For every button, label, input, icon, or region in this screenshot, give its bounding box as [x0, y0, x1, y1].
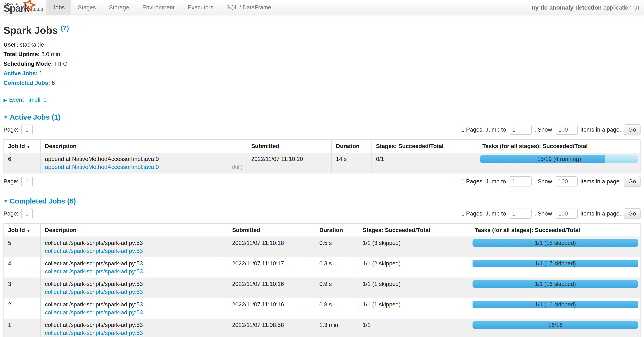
job-description-cell: collect at /spark-scripts/spark-ad.py:53…	[40, 278, 228, 298]
show-text: . Show	[534, 178, 552, 185]
page-number-input[interactable]	[21, 208, 33, 219]
summary-uptime-label: Total Uptime:	[4, 51, 40, 57]
job-id-cell: 6	[4, 153, 40, 173]
items-per-page-input[interactable]	[555, 209, 578, 219]
header-tasks[interactable]: Tasks (for all stages): Succeeded/Total	[470, 224, 640, 237]
job-description-cell: collect at /spark-scripts/spark-ad.py:53…	[40, 298, 228, 319]
active-jobs-title: Active Jobs (1)	[10, 113, 60, 121]
summary-uptime-value: 3.0 min	[42, 51, 60, 57]
header-stages[interactable]: Stages: Succeeded/Total	[358, 224, 470, 237]
event-timeline-toggle[interactable]: ▶Event Timeline	[4, 96, 640, 103]
progress-label: 16/16	[472, 321, 638, 329]
help-link[interactable]: (?)	[61, 24, 69, 32]
pages-count-text: 1 Pages. Jump to	[461, 210, 506, 217]
job-duration-cell: 0.8 s	[315, 298, 358, 319]
job-submitted-cell: 2022/11/07 11:10:18	[228, 237, 315, 257]
job-duration-cell: 0.3 s	[315, 257, 358, 278]
go-button[interactable]: Go	[624, 124, 640, 135]
job-description-cell: collect at /spark-scripts/spark-ad.py:53…	[40, 319, 228, 337]
header-submitted[interactable]: Submitted	[228, 224, 315, 237]
page-number-input[interactable]	[21, 176, 33, 187]
jump-to-page-input[interactable]	[509, 125, 532, 135]
job-description-link[interactable]: collect at /spark-scripts/spark-ad.py:53	[45, 329, 143, 337]
page-title: Spark Jobs (?)	[4, 24, 640, 36]
tab-executors[interactable]: Executors	[181, 0, 220, 15]
page-label: Page:	[4, 178, 18, 185]
job-description-text: collect at /spark-scripts/spark-ad.py:53	[45, 239, 223, 247]
completed-jobs-table: Job Id▼ Description Submitted Duration S…	[4, 223, 640, 337]
page-number-input[interactable]	[21, 124, 33, 135]
header-description[interactable]: Description	[40, 224, 228, 237]
job-description-link[interactable]: append at NativeMethodAccessorImpl.java:…	[45, 163, 159, 171]
summary-completed-jobs-link[interactable]: Completed Jobs:	[4, 80, 50, 86]
items-per-page-input[interactable]	[555, 176, 578, 187]
summary-active-jobs-link[interactable]: Active Jobs:	[4, 70, 38, 76]
job-description-link[interactable]: collect at /spark-scripts/spark-ad.py:53	[45, 309, 143, 316]
progress-label: 1/1 (17 skipped)	[472, 260, 638, 267]
table-header-row: Job Id▼ Description Submitted Duration S…	[4, 140, 640, 153]
job-description-link[interactable]: collect at /spark-scripts/spark-ad.py:53	[45, 268, 143, 275]
summary-completed-jobs: Completed Jobs: 6	[4, 79, 640, 86]
summary-active-jobs-value: 1	[39, 70, 42, 76]
job-description-text: collect at /spark-scripts/spark-ad.py:53	[45, 280, 223, 288]
pages-count-text: 1 Pages. Jump to	[461, 126, 506, 133]
job-submitted-cell: 2022/11/07 11:10:16	[228, 278, 315, 298]
section-active-jobs-heading[interactable]: ▼Active Jobs (1)	[4, 113, 640, 121]
sort-desc-icon: ▼	[26, 228, 30, 233]
task-progress-bar: 1/1 (17 skipped)	[472, 260, 638, 267]
job-id-cell: 2	[4, 298, 40, 319]
job-description-text: collect at /spark-scripts/spark-ad.py:53	[45, 260, 223, 267]
page-selector: Page:	[4, 208, 33, 219]
jump-to-page-input[interactable]	[509, 209, 532, 219]
header-duration[interactable]: Duration	[332, 140, 372, 153]
active-jobs-table: Job Id▼ Description Submitted Duration S…	[4, 139, 640, 173]
tab-environment[interactable]: Environment	[136, 0, 181, 15]
tab-jobs[interactable]: Jobs	[46, 0, 71, 15]
page-selector: Page:	[4, 176, 33, 187]
header-tasks[interactable]: Tasks (for all stages): Succeeded/Total	[478, 140, 640, 153]
page-jump-controls: 1 Pages. Jump to . Show items in a page.…	[461, 124, 640, 135]
job-stages-cell: 0/1	[372, 153, 478, 173]
collapse-arrow-down-icon: ▼	[4, 115, 8, 120]
event-timeline-label: Event Timeline	[9, 96, 46, 103]
tab-stages[interactable]: Stages	[71, 0, 102, 15]
job-description-link[interactable]: collect at /spark-scripts/spark-ad.py:53	[45, 288, 143, 296]
progress-label: 1/1 (16 skipped)	[472, 280, 638, 288]
tab-sql-dataframe[interactable]: SQL / DataFrame	[220, 0, 278, 15]
section-completed-jobs-heading[interactable]: ▼Completed Jobs (6)	[4, 197, 640, 205]
summary-active-jobs: Active Jobs: 1	[4, 70, 640, 77]
header-description[interactable]: Description	[40, 140, 247, 153]
completed-jobs-pagination-top: Page: 1 Pages. Jump to . Show items in a…	[4, 208, 640, 219]
job-submitted-cell: 2022/11/07 11:08:58	[228, 319, 315, 337]
job-tasks-cell: 15/19 (4 running)	[478, 153, 640, 173]
kill-link[interactable]: (kill)	[232, 163, 242, 171]
header-job-id[interactable]: Job Id▼	[4, 224, 40, 237]
job-description-link[interactable]: collect at /spark-scripts/spark-ad.py:53	[45, 247, 143, 255]
job-stages-cell: 1/1 (1 skipped)	[358, 298, 470, 319]
task-progress-bar: 1/1 (18 skipped)	[472, 239, 638, 247]
pagination-controls: Page: 1 Pages. Jump to . Show items in a…	[4, 124, 640, 135]
job-table-row: 6 append at NativeMethodAccessorImpl.jav…	[4, 153, 640, 173]
job-stages-cell: 1/1 (2 skipped)	[358, 257, 470, 278]
items-in-page-text: items in a page.	[580, 178, 621, 185]
header-job-id-label: Job Id	[8, 143, 25, 149]
job-id-cell: 5	[4, 237, 40, 257]
jump-to-page-input[interactable]	[509, 176, 532, 187]
page-label: Page:	[4, 126, 18, 133]
progress-label: 1/1 (18 skipped)	[472, 239, 638, 247]
items-per-page-input[interactable]	[555, 125, 578, 135]
job-id-cell: 1	[4, 319, 40, 337]
active-jobs-pagination-bottom: Page: 1 Pages. Jump to . Show items in a…	[4, 176, 640, 187]
job-submitted-cell: 2022/11/07 11:10:17	[228, 257, 315, 278]
header-job-id[interactable]: Job Id▼	[4, 140, 40, 153]
header-stages[interactable]: Stages: Succeeded/Total	[372, 140, 478, 153]
nav-tabs: Jobs Stages Storage Environment Executor…	[46, 0, 278, 15]
header-submitted[interactable]: Submitted	[247, 140, 332, 153]
job-duration-cell: 14 s	[332, 153, 372, 173]
summary-user-value: stackable	[20, 41, 44, 48]
active-jobs-pagination-top: Page: 1 Pages. Jump to . Show items in a…	[4, 124, 640, 135]
header-duration[interactable]: Duration	[315, 224, 358, 237]
tab-storage[interactable]: Storage	[102, 0, 136, 15]
go-button[interactable]: Go	[624, 208, 640, 219]
go-button[interactable]: Go	[624, 176, 640, 187]
